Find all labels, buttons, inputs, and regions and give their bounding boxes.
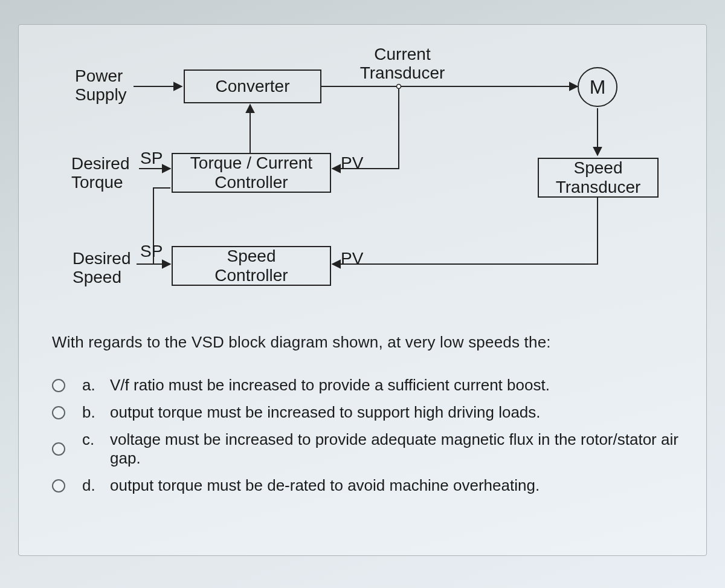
text-speed-controller: Speed Controller bbox=[173, 247, 330, 285]
option-b[interactable]: b. output torque must be increased to su… bbox=[52, 403, 685, 422]
text-pv1: PV bbox=[341, 153, 363, 172]
text-desired-torque: Desired Torque bbox=[71, 154, 129, 192]
text-power-supply: Power Supply bbox=[75, 66, 127, 104]
radio-icon[interactable] bbox=[52, 479, 65, 493]
block-motor: M bbox=[578, 67, 617, 107]
text-sp2: SP bbox=[140, 242, 163, 260]
block-speed-transducer: Speed Transducer bbox=[538, 158, 659, 198]
option-letter: c. bbox=[82, 430, 97, 449]
text-pv2: PV bbox=[341, 249, 363, 268]
text-desired-speed: Desired Speed bbox=[72, 249, 130, 286]
option-text: output torque must be increased to suppo… bbox=[110, 403, 541, 422]
radio-icon[interactable] bbox=[52, 379, 65, 392]
option-letter: a. bbox=[82, 376, 97, 395]
text-current-transducer: Current Transducer bbox=[360, 45, 445, 82]
label-current-transducer: Current Transducer bbox=[354, 45, 451, 83]
text-torque-controller: Torque / Current Controller bbox=[173, 153, 330, 192]
label-desired-torque: Desired Torque bbox=[71, 155, 129, 192]
option-c[interactable]: c. voltage must be increased to provide … bbox=[52, 430, 685, 468]
label-pv2: PV bbox=[341, 250, 363, 268]
radio-icon[interactable] bbox=[52, 406, 65, 419]
label-sp1: SP bbox=[140, 149, 163, 168]
question-text: With regards to the VSD block diagram sh… bbox=[52, 333, 685, 352]
option-d[interactable]: d. output torque must be de-rated to avo… bbox=[52, 476, 685, 495]
option-a[interactable]: a. V/f ratio must be increased to provid… bbox=[52, 376, 685, 395]
label-desired-speed: Desired Speed bbox=[72, 250, 130, 287]
svg-point-2 bbox=[397, 85, 401, 89]
text-motor: M bbox=[590, 76, 606, 99]
text-speed-transducer: Speed Transducer bbox=[539, 158, 657, 197]
block-torque-controller: Torque / Current Controller bbox=[172, 153, 331, 193]
text-converter: Converter bbox=[185, 77, 320, 96]
text-sp1: SP bbox=[140, 149, 163, 167]
question-text-content: With regards to the VSD block diagram sh… bbox=[52, 333, 551, 351]
block-speed-controller: Speed Controller bbox=[172, 246, 331, 286]
question-card: Power Supply Converter Current Transduce… bbox=[18, 24, 707, 556]
label-power-supply: Power Supply bbox=[75, 67, 127, 105]
option-text: V/f ratio must be increased to provide a… bbox=[110, 376, 550, 395]
option-letter: b. bbox=[82, 403, 97, 422]
block-converter: Converter bbox=[184, 69, 321, 103]
option-letter: d. bbox=[82, 476, 97, 495]
vsd-block-diagram: Power Supply Converter Current Transduce… bbox=[52, 49, 686, 315]
option-text: output torque must be de-rated to avoid … bbox=[110, 476, 540, 495]
option-text: voltage must be increased to provide ade… bbox=[110, 430, 685, 468]
options-list: a. V/f ratio must be increased to provid… bbox=[52, 376, 685, 495]
label-sp2: SP bbox=[140, 242, 163, 261]
label-pv1: PV bbox=[341, 154, 363, 173]
radio-icon[interactable] bbox=[52, 442, 65, 456]
